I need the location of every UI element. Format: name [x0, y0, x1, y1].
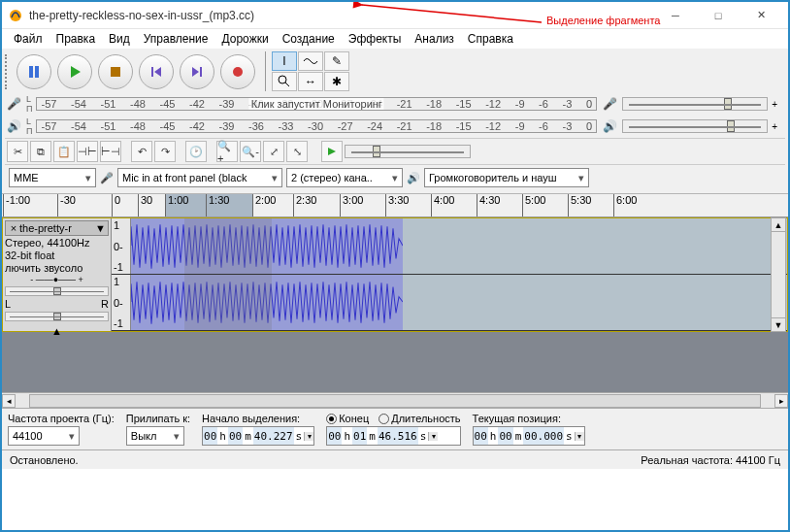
rec-meter-hint: Клик запустит Мониторинг: [249, 98, 384, 110]
svg-rect-1: [29, 66, 33, 78]
horizontal-scrollbar[interactable]: ◂▸: [2, 392, 788, 408]
menu-file[interactable]: Файл: [8, 30, 49, 48]
play-at-speed-button[interactable]: [321, 141, 343, 162]
mic-icon-2: 🎤: [601, 97, 618, 111]
menu-generate[interactable]: Создание: [277, 30, 341, 48]
multi-tool[interactable]: ✱: [324, 72, 349, 91]
status-bar: Остановлено. Реальная частота: 44100 Гц: [2, 449, 788, 469]
selection-bar: Частота проекта (Гц): 44100▾ Прилипать к…: [2, 408, 788, 449]
paste-button[interactable]: 📋: [53, 141, 75, 162]
track-format-2: 32-bit float: [5, 249, 109, 262]
draw-tool[interactable]: ✎: [324, 51, 349, 71]
output-device-combo[interactable]: Громкоговоритель и науш▾: [424, 168, 589, 187]
close-button[interactable]: ✕: [740, 2, 782, 29]
menu-help[interactable]: Справка: [462, 30, 519, 48]
zoom-tool[interactable]: [272, 72, 297, 91]
fit-selection-button[interactable]: ⤢: [263, 141, 284, 162]
undo-button[interactable]: ↶: [131, 141, 152, 162]
record-button[interactable]: [220, 54, 255, 89]
end-radio[interactable]: Конец: [326, 413, 369, 424]
track-name[interactable]: the-pretty-r: [19, 222, 95, 234]
minimize-button[interactable]: ─: [654, 2, 697, 29]
track-pan-slider[interactable]: [5, 312, 109, 321]
track-collapse-icon[interactable]: ▲: [5, 325, 109, 337]
playback-speed-slider[interactable]: [345, 145, 471, 158]
stop-button[interactable]: [98, 54, 133, 89]
svg-rect-8: [200, 67, 202, 77]
svg-rect-4: [111, 67, 120, 77]
svg-marker-14: [328, 148, 336, 155]
cut-button[interactable]: ✂: [7, 141, 28, 162]
speaker-device-icon: 🔊: [407, 172, 420, 184]
window-title: the-pretty-reckless-no-sex-in-ussr_(mp3.…: [29, 9, 654, 22]
track-area: ×the-pretty-r▼ Стерео, 44100Hz 32-bit fl…: [2, 217, 788, 332]
svg-point-0: [10, 10, 21, 21]
skip-end-button[interactable]: [180, 54, 214, 89]
silence-button[interactable]: ⊢⊣: [100, 141, 121, 162]
track-format-3: лючить звусоло: [5, 262, 109, 275]
envelope-tool[interactable]: [298, 51, 323, 71]
skip-start-button[interactable]: [139, 54, 174, 89]
zoom-in-button[interactable]: 🔍+: [216, 141, 238, 162]
sync-lock-button[interactable]: 🕑: [185, 141, 207, 162]
audio-position-field[interactable]: 00h 00m 00.000s ▾: [473, 426, 585, 446]
svg-rect-5: [151, 67, 153, 77]
menu-tracks[interactable]: Дорожки: [216, 30, 275, 48]
speaker-icon: 🔊: [5, 119, 22, 133]
menu-effect[interactable]: Эффекты: [343, 30, 408, 48]
track-gain-slider[interactable]: [5, 286, 109, 296]
project-rate-combo[interactable]: 44100▾: [8, 426, 80, 446]
timeshift-tool[interactable]: ↔: [298, 72, 323, 91]
input-volume-slider[interactable]: [622, 97, 768, 111]
selection-start-label: Начало выделения:: [202, 413, 314, 424]
snap-combo[interactable]: Выкл▾: [126, 426, 184, 446]
status-left: Остановлено.: [10, 454, 79, 466]
input-device-combo[interactable]: Mic in at front panel (black▾: [117, 168, 282, 187]
maximize-button[interactable]: □: [697, 2, 740, 29]
selection-tool[interactable]: I: [272, 51, 297, 71]
pause-button[interactable]: [16, 54, 51, 89]
svg-rect-2: [35, 66, 39, 78]
vertical-scrollbar[interactable]: ▲▼: [771, 217, 786, 332]
svg-marker-7: [192, 67, 199, 77]
selection-end-field[interactable]: 00h 01m 46.516s ▾: [326, 426, 460, 446]
channels-combo[interactable]: 2 (стерео) кана..▾: [286, 168, 403, 187]
svg-marker-6: [154, 67, 161, 77]
mic-icon: 🎤: [5, 97, 22, 111]
menu-edit[interactable]: Правка: [50, 30, 102, 48]
project-rate-label: Частота проекта (Гц):: [8, 413, 115, 424]
menu-analyze[interactable]: Анализ: [409, 30, 460, 48]
track-close-icon[interactable]: ×: [8, 222, 19, 234]
svg-marker-3: [71, 66, 81, 78]
trim-button[interactable]: ⊣⊢: [77, 141, 98, 162]
menubar: Файл Правка Вид Управление Дорожки Созда…: [2, 29, 788, 49]
length-radio[interactable]: Длительность: [379, 413, 460, 424]
speaker-icon-2: 🔊: [601, 119, 618, 133]
toolbar-area: I ✎ ↔ ✱ Выделение фрагмента 🎤 LП -57-54-…: [2, 49, 788, 194]
zoom-out-button[interactable]: 🔍-: [240, 141, 261, 162]
empty-track-area[interactable]: [2, 332, 788, 392]
output-volume-slider[interactable]: [622, 119, 768, 133]
track-menu-icon[interactable]: ▼: [95, 222, 106, 234]
menu-transport[interactable]: Управление: [138, 30, 214, 48]
audio-host-combo[interactable]: MME▾: [9, 168, 96, 187]
timeline-ruler[interactable]: -1:00 -30 0 30 1:00 1:30 2:00 2:30 3:00 …: [2, 194, 788, 217]
track-control-panel[interactable]: ×the-pretty-r▼ Стерео, 44100Hz 32-bit fl…: [3, 218, 112, 331]
audio-position-label: Текущая позиция:: [473, 413, 585, 424]
waveform-area[interactable]: 10--1 10--1: [112, 218, 787, 331]
mic-device-icon: 🎤: [100, 172, 114, 184]
svg-point-9: [233, 67, 243, 77]
menu-view[interactable]: Вид: [103, 30, 136, 48]
playback-meter[interactable]: -57-54-51-48-45-42-39-36-33-30-27-24-21-…: [36, 119, 597, 133]
app-icon: [8, 8, 23, 23]
titlebar: the-pretty-reckless-no-sex-in-ussr_(mp3.…: [2, 2, 788, 29]
svg-point-10: [279, 76, 286, 83]
status-right: Реальная частота: 44100 Гц: [641, 454, 780, 466]
track-format-1: Стерео, 44100Hz: [5, 237, 109, 249]
play-button[interactable]: [57, 54, 92, 89]
fit-project-button[interactable]: ⤡: [286, 141, 308, 162]
selection-start-field[interactable]: 00h 00m 40.227s ▾: [202, 426, 314, 446]
redo-button[interactable]: ↷: [154, 141, 176, 162]
copy-button[interactable]: ⧉: [30, 141, 51, 162]
recording-meter[interactable]: -57-54-51-48-45-42-39-36-33-30-27-24-21-…: [36, 97, 597, 111]
